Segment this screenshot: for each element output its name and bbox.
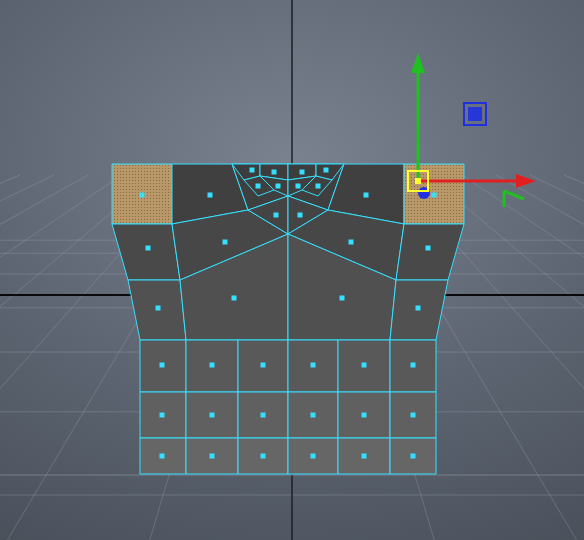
face-center-handle[interactable] [411, 363, 416, 368]
face-center-handle[interactable] [146, 246, 151, 251]
mesh-face[interactable] [396, 224, 464, 280]
face-center-handle[interactable] [210, 454, 215, 459]
mesh-face[interactable] [112, 224, 180, 280]
face-center-handle[interactable] [296, 184, 301, 189]
face-center-handle[interactable] [362, 363, 367, 368]
viewport-3d[interactable] [0, 0, 584, 540]
face-center-handle[interactable] [250, 168, 255, 173]
face-center-handle[interactable] [210, 363, 215, 368]
face-center-handle[interactable] [324, 168, 329, 173]
polygon-mesh[interactable] [0, 0, 584, 540]
face-center-handle[interactable] [311, 413, 316, 418]
face-center-handle[interactable] [140, 193, 145, 198]
face-center-handle[interactable] [276, 184, 281, 189]
face-center-handle[interactable] [274, 213, 279, 218]
face-center-handle[interactable] [340, 296, 345, 301]
face-center-handle[interactable] [261, 454, 266, 459]
face-center-handle[interactable] [298, 213, 303, 218]
face-center-handle[interactable] [261, 363, 266, 368]
face-center-handle[interactable] [416, 306, 421, 311]
face-center-handle[interactable] [223, 240, 228, 245]
face-center-handle[interactable] [256, 184, 261, 189]
face-center-handle[interactable] [160, 454, 165, 459]
face-center-handle[interactable] [300, 170, 305, 175]
face-center-handle[interactable] [362, 454, 367, 459]
face-center-handle[interactable] [156, 306, 161, 311]
face-center-handle[interactable] [426, 246, 431, 251]
face-center-handle[interactable] [261, 413, 266, 418]
face-center-handle[interactable] [210, 413, 215, 418]
face-center-handle[interactable] [411, 413, 416, 418]
face-center-handle[interactable] [160, 363, 165, 368]
face-center-handle[interactable] [411, 454, 416, 459]
face-center-handle[interactable] [232, 296, 237, 301]
face-center-handle[interactable] [316, 184, 321, 189]
face-center-handle[interactable] [160, 413, 165, 418]
face-center-handle[interactable] [272, 170, 277, 175]
face-center-handle[interactable] [362, 413, 367, 418]
face-center-handle[interactable] [311, 454, 316, 459]
face-center-handle[interactable] [311, 363, 316, 368]
face-center-handle[interactable] [364, 193, 369, 198]
face-center-handle[interactable] [432, 193, 437, 198]
face-center-handle[interactable] [349, 240, 354, 245]
face-center-handle[interactable] [208, 193, 213, 198]
